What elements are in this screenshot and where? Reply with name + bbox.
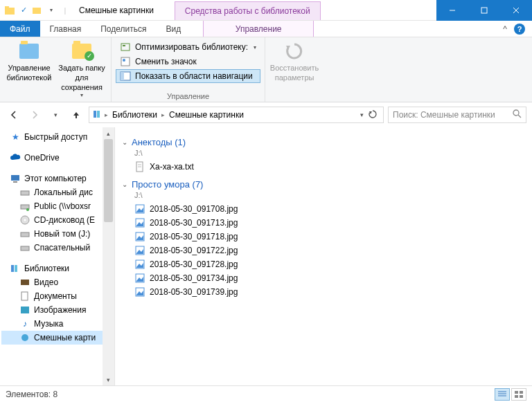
up-button[interactable] [68, 107, 85, 123]
tree-local-disk[interactable]: Локальный дис [1, 185, 114, 199]
tree-recovery[interactable]: Спасательный [1, 241, 114, 255]
image-file-icon [134, 217, 145, 228]
help-icon[interactable]: ? [514, 24, 525, 35]
file-item[interactable]: 2018-05-30_091728.jpg [122, 257, 525, 271]
tree-documents[interactable]: Документы [1, 289, 114, 303]
navigation-pane: ★ Быстрый доступ OneDrive Этот компьютер… [0, 127, 115, 385]
file-name: 2018-05-30_091718.jpg [150, 232, 238, 241]
tree-label: Public (\\vboxsr [34, 201, 91, 211]
svg-rect-14 [94, 111, 96, 118]
close-button[interactable] [500, 0, 532, 21]
svg-rect-56 [515, 395, 518, 398]
scroll-up-icon[interactable]: ▴ [103, 127, 114, 139]
view-details-button[interactable] [495, 388, 510, 401]
group-path: J:\ [134, 191, 525, 199]
chevron-right-icon[interactable]: ▸ [105, 111, 108, 118]
file-name: 2018-05-30_091708.jpg [150, 204, 238, 214]
tree-pictures[interactable]: Изображения [1, 303, 114, 317]
file-name: 2018-05-30_091722.jpg [150, 246, 238, 255]
breadcrumb-current-label: Смешные картинки [169, 110, 244, 120]
breadcrumb-libraries[interactable]: Библиотеки [109, 110, 160, 120]
set-save-folder-button[interactable]: ✓ Задать папку для сохранения ▾ [57, 39, 107, 100]
tab-view[interactable]: Вид [156, 21, 190, 37]
file-list[interactable]: ⌄ Анектоды (1)J:\Ха-ха-ха.txt⌄ Просто ум… [115, 127, 532, 385]
tree-label: Видео [34, 277, 58, 287]
tree-onedrive[interactable]: OneDrive [1, 151, 114, 165]
tree-this-pc[interactable]: Этот компьютер [1, 172, 114, 185]
breadcrumb[interactable]: ▸ Библиотеки ▸ Смешные картинки ▾ [89, 107, 384, 123]
show-in-nav-button[interactable]: Показать в области навигации [116, 69, 260, 83]
tree-quick-access[interactable]: ★ Быстрый доступ [1, 130, 114, 144]
tree-music[interactable]: ♪ Музыка [1, 317, 114, 331]
collapse-ribbon-icon[interactable]: ^ [503, 24, 507, 34]
cd-icon [19, 214, 30, 226]
scroll-down-icon[interactable]: ▾ [103, 374, 114, 385]
file-item[interactable]: Ха-ха-ха.txt [122, 160, 525, 174]
tab-manage[interactable]: Управление [203, 21, 314, 37]
optimize-library-button[interactable]: Оптимизировать библиотеку: ▾ [116, 40, 260, 54]
svg-point-10 [123, 59, 125, 62]
file-item[interactable]: 2018-05-30_091718.jpg [122, 230, 525, 244]
tree-libraries[interactable]: Библиотеки [1, 262, 114, 275]
search-input[interactable]: Поиск: Смешные картинки [388, 107, 526, 123]
file-item[interactable]: 2018-05-30_091739.jpg [122, 285, 525, 299]
chevron-down-icon: ⌄ [122, 181, 127, 188]
status-items-label: Элементов: [6, 390, 51, 399]
svg-rect-57 [520, 395, 523, 398]
qat-properties-icon[interactable]: ✓ [18, 5, 29, 16]
view-thumbnails-button[interactable] [511, 388, 526, 401]
refresh-icon[interactable] [368, 109, 378, 121]
optimize-icon [120, 42, 131, 53]
chevron-right-icon[interactable]: ▸ [161, 111, 165, 118]
svg-rect-27 [21, 246, 29, 250]
image-file-icon [134, 286, 145, 298]
tree-label: Спасательный [34, 243, 90, 253]
forward-button[interactable] [26, 107, 43, 123]
breadcrumb-root-label: Библиотеки [112, 110, 157, 120]
breadcrumb-current[interactable]: Смешные картинки [166, 110, 247, 120]
tree-cd[interactable]: CD-дисковод (E [1, 213, 114, 227]
group-header[interactable]: ⌄ Просто умора (7) [122, 179, 525, 190]
file-item[interactable]: 2018-05-30_091722.jpg [122, 244, 525, 257]
minimize-button[interactable] [436, 0, 468, 21]
tree-new-vol[interactable]: Новый том (J:) [1, 227, 114, 241]
tree-label: Быстрый доступ [24, 132, 87, 142]
svg-rect-26 [21, 232, 29, 237]
svg-rect-4 [481, 8, 487, 13]
recent-locations-button[interactable]: ▾ [47, 107, 64, 123]
maximize-button[interactable] [468, 0, 500, 21]
group-count: (1) [175, 137, 186, 147]
tree-public[interactable]: Public (\\vboxsr [1, 199, 114, 213]
library-icon [18, 40, 40, 62]
change-icon-icon [120, 56, 131, 67]
status-count: 8 [53, 390, 58, 399]
change-icon-button[interactable]: Сменить значок [116, 55, 260, 68]
text-file-icon [134, 161, 145, 172]
svg-rect-8 [123, 45, 125, 46]
back-button[interactable] [6, 107, 22, 123]
ribbon-group-restore: Восстановить параметры [265, 37, 323, 102]
chevron-down-icon: ▾ [254, 44, 256, 51]
image-file-icon [134, 273, 145, 284]
tree-funny-pictures[interactable]: Смешные карти [1, 331, 114, 345]
file-item[interactable]: 2018-05-30_091713.jpg [122, 216, 525, 230]
tree-label: Новый том (J:) [34, 229, 90, 239]
optimize-label: Оптимизировать библиотеку: [135, 42, 248, 52]
tab-file[interactable]: Файл [0, 21, 40, 37]
drive-icon [19, 228, 30, 239]
manage-library-button[interactable]: Управление библиотекой [4, 39, 54, 84]
tree-videos[interactable]: Видео [1, 275, 114, 289]
tab-share[interactable]: Поделиться [91, 21, 156, 37]
image-file-icon [134, 231, 145, 242]
file-item[interactable]: 2018-05-30_091708.jpg [122, 202, 525, 216]
navpane-scrollbar[interactable]: ▴ ▾ [103, 127, 114, 385]
qat-dropdown-icon[interactable]: ▾ [46, 5, 57, 16]
file-item[interactable]: 2018-05-30_091734.jpg [122, 271, 525, 285]
breadcrumb-dropdown-icon[interactable]: ▾ [360, 111, 364, 118]
scroll-thumb[interactable] [104, 139, 113, 222]
group-header[interactable]: ⌄ Анектоды (1) [122, 137, 525, 147]
qat-newfolder-icon[interactable] [32, 5, 43, 16]
drive-icon [19, 187, 30, 198]
tab-home[interactable]: Главная [40, 21, 91, 37]
quick-access-toolbar: ✓ ▾ | Смешные картинки [0, 5, 154, 16]
